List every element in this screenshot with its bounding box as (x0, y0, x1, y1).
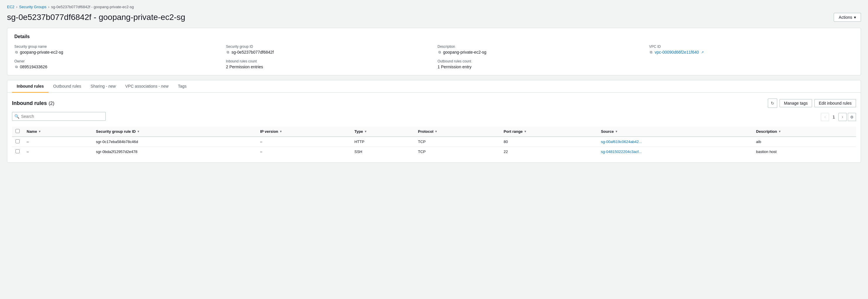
detail-inbound-count: Inbound rules count 2 Permission entries (226, 59, 431, 69)
manage-tags-button[interactable]: Manage tags (780, 99, 812, 107)
row-protocol-1: TCP (414, 147, 500, 157)
col-name: Name ▼ (23, 127, 93, 137)
table-settings-button[interactable]: ⚙ (848, 113, 856, 121)
sort-icon-desc: ▼ (778, 130, 781, 133)
row-port-0: 80 (500, 137, 597, 147)
detail-outbound-label: Outbound rules count (437, 59, 642, 63)
detail-vpc-label: VPC ID (649, 45, 854, 49)
breadcrumb: EC2 › Security Groups › sg-0e5237b077df6… (7, 5, 861, 9)
tab-inbound-rules[interactable]: Inbound rules (12, 80, 49, 92)
col-type: Type ▼ (351, 127, 414, 137)
detail-inbound-value: 2 Permission entries (226, 64, 431, 69)
row-ip-version-0: – (256, 137, 351, 147)
sort-icon-rule-id: ▼ (137, 130, 140, 133)
row-source-1: sg-04815022204c3acf... (597, 147, 753, 157)
row-name-0: – (23, 137, 93, 147)
detail-desc-label: Description (437, 45, 642, 49)
row-source-0: sg-00af619c0624ab42... (597, 137, 753, 147)
tab-sharing[interactable]: Sharing - new (86, 80, 120, 92)
detail-desc-value: ⧉ goopang-private-ec2-sg (437, 50, 642, 55)
source-link-0[interactable]: sg-00af619c0624ab42... (601, 139, 642, 144)
external-link-icon: ↗ (701, 50, 704, 54)
copy-icon-vpc[interactable]: ⧉ (649, 50, 653, 54)
detail-sg-id: Security group ID ⧉ sg-0e5237b077df6842f (226, 45, 431, 55)
select-all-header (12, 127, 23, 137)
table-row: – sgr-0c17eba584b78c46d – HTTP TCP 80 sg… (12, 137, 856, 147)
copy-icon-desc[interactable]: ⧉ (437, 50, 442, 54)
refresh-icon: ↻ (771, 101, 774, 106)
breadcrumb-sep2: › (48, 5, 50, 9)
col-protocol: Protocol ▼ (414, 127, 500, 137)
col-source: Source ▼ (597, 127, 753, 137)
pagination-row: ‹ 1 › ⚙ (821, 113, 856, 121)
detail-outbound-value: 1 Permission entry (437, 64, 642, 69)
row-name-1: – (23, 147, 93, 157)
sort-icon-source: ▼ (615, 130, 618, 133)
page-title: sg-0e5237b077df6842f - goopang-private-e… (7, 12, 185, 22)
col-port-range: Port range ▼ (500, 127, 597, 137)
copy-icon-owner[interactable]: ⧉ (14, 65, 19, 69)
vpc-id-link[interactable]: vpc-00090d66f2e11f640 (655, 50, 699, 55)
search-input[interactable] (12, 112, 106, 121)
row-desc-0: alb (753, 137, 856, 147)
sort-icon-ip-version: ▼ (279, 130, 282, 133)
col-ip-version: IP version ▼ (256, 127, 351, 137)
detail-outbound-count: Outbound rules count 1 Permission entry (437, 59, 642, 69)
inbound-rules-title: Inbound rules (12, 100, 47, 106)
tabs-header: Inbound rules Outbound rules Sharing - n… (7, 80, 861, 92)
row-protocol-0: TCP (414, 137, 500, 147)
tab-outbound-rules[interactable]: Outbound rules (49, 80, 86, 92)
inbound-section-header: Inbound rules (2) ↻ Manage tags Edit inb… (12, 99, 856, 108)
pagination-prev-button[interactable]: ‹ (821, 113, 829, 121)
edit-inbound-rules-button[interactable]: Edit inbound rules (814, 99, 856, 107)
row-ip-version-1: – (256, 147, 351, 157)
row-checkbox-0[interactable] (16, 139, 20, 143)
chevron-down-icon: ▾ (854, 15, 856, 20)
detail-sg-name-label: Security group name (14, 45, 219, 49)
row-checkbox-cell (12, 147, 23, 157)
section-actions: ↻ Manage tags Edit inbound rules (768, 99, 856, 108)
table-row: – sgr-0bda2f12957d2e478 – SSH TCP 22 sg-… (12, 147, 856, 157)
detail-sg-id-label: Security group ID (226, 45, 431, 49)
page-header: sg-0e5237b077df6842f - goopang-private-e… (7, 12, 861, 22)
row-rule-id-1: sgr-0bda2f12957d2e478 (93, 147, 257, 157)
select-all-checkbox[interactable] (16, 129, 20, 133)
row-rule-id-0: sgr-0c17eba584b78c46d (93, 137, 257, 147)
detail-inbound-label: Inbound rules count (226, 59, 431, 63)
row-checkbox-cell (12, 137, 23, 147)
row-checkbox-1[interactable] (16, 149, 20, 153)
detail-sg-id-value: ⧉ sg-0e5237b077df6842f (226, 50, 431, 55)
actions-label: Actions (839, 15, 852, 20)
breadcrumb-ec2[interactable]: EC2 (7, 5, 14, 9)
row-port-1: 22 (500, 147, 597, 157)
copy-icon-sgname[interactable]: ⧉ (14, 50, 19, 54)
search-icon: 🔍 (14, 114, 19, 119)
sort-icon-type: ▼ (364, 130, 367, 133)
breadcrumb-sep1: › (16, 5, 17, 9)
inbound-rules-count: (2) (49, 101, 55, 106)
details-grid: Security group name ⧉ goopang-private-ec… (14, 45, 854, 69)
actions-button[interactable]: Actions ▾ (834, 13, 861, 22)
sort-icon-port: ▼ (524, 130, 527, 133)
detail-vpc-value: ⧉ vpc-00090d66f2e11f640 ↗ (649, 50, 854, 55)
tab-vpc-associations[interactable]: VPC associations - new (121, 80, 174, 92)
detail-description: Description ⧉ goopang-private-ec2-sg (437, 45, 642, 55)
detail-sg-name-value: ⧉ goopang-private-ec2-sg (14, 50, 219, 55)
detail-owner-label: Owner (14, 59, 219, 63)
refresh-button[interactable]: ↻ (768, 99, 777, 108)
copy-icon-sgid[interactable]: ⧉ (226, 50, 230, 54)
tabs-container: Inbound rules Outbound rules Sharing - n… (7, 80, 861, 163)
source-link-1[interactable]: sg-04815022204c3acf... (601, 150, 642, 154)
details-card: Details Security group name ⧉ goopang-pr… (7, 28, 861, 75)
detail-vpc-id: VPC ID ⧉ vpc-00090d66f2e11f640 ↗ (649, 45, 854, 55)
tab-inbound-content: Inbound rules (2) ↻ Manage tags Edit inb… (7, 92, 861, 162)
pagination-next-button[interactable]: › (838, 113, 847, 121)
tab-tags[interactable]: Tags (174, 80, 191, 92)
row-desc-1: bastion host (753, 147, 856, 157)
detail-owner-value: ⧉ 089519433626 (14, 64, 219, 69)
col-rule-id: Security group rule ID ▼ (93, 127, 257, 137)
breadcrumb-security-groups[interactable]: Security Groups (19, 5, 46, 9)
inbound-rules-table: Name ▼ Security group rule ID ▼ (12, 127, 856, 157)
sort-icon-protocol: ▼ (435, 130, 437, 133)
detail-owner: Owner ⧉ 089519433626 (14, 59, 219, 69)
